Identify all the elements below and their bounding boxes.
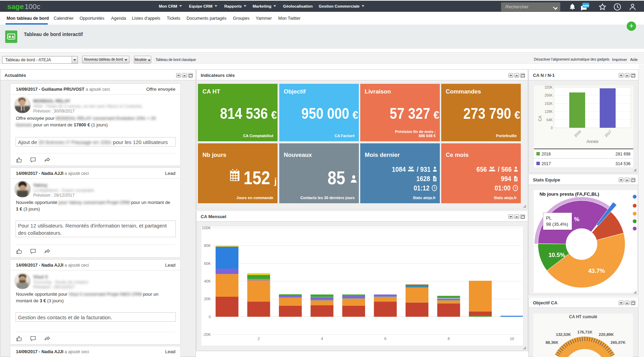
svg-text:192K: 192K — [545, 102, 553, 106]
svg-text:256K: 256K — [545, 93, 553, 97]
svg-text:132,53K: 132,53K — [556, 332, 571, 337]
svg-text:%: % — [574, 216, 579, 223]
svg-text:20K: 20K — [204, 297, 211, 301]
svg-text:-20K: -20K — [203, 332, 211, 337]
svg-text:10: 10 — [510, 337, 514, 341]
svg-text:0: 0 — [551, 126, 553, 130]
svg-text:220,89K: 220,89K — [599, 332, 614, 337]
svg-text:80K: 80K — [204, 243, 211, 248]
svg-text:2017: 2017 — [604, 130, 612, 138]
svg-text:new: new — [582, 3, 589, 7]
svg-text:64K: 64K — [546, 118, 553, 122]
svg-text:4: 4 — [321, 337, 323, 341]
svg-text:176,71K: 176,71K — [577, 330, 592, 334]
svg-text:0: 0 — [209, 315, 211, 319]
svg-text:43.7%: 43.7% — [588, 268, 605, 274]
svg-text:2: 2 — [257, 337, 260, 341]
svg-text:6: 6 — [384, 337, 386, 341]
svg-text:100K: 100K — [202, 226, 211, 230]
svg-text:320K: 320K — [545, 86, 553, 89]
svg-text:60K: 60K — [204, 261, 211, 266]
svg-text:CA: CA — [538, 116, 543, 122]
svg-text:88,36K: 88,36K — [545, 340, 559, 345]
svg-text:265,07K: 265,07K — [610, 340, 626, 345]
svg-text:10.5%: 10.5% — [548, 252, 565, 258]
svg-text:2016: 2016 — [573, 130, 582, 138]
svg-text:8: 8 — [447, 337, 450, 341]
svg-text:40K: 40K — [204, 279, 211, 283]
svg-text:Année: Année — [587, 139, 599, 144]
svg-text:128K: 128K — [545, 110, 553, 114]
